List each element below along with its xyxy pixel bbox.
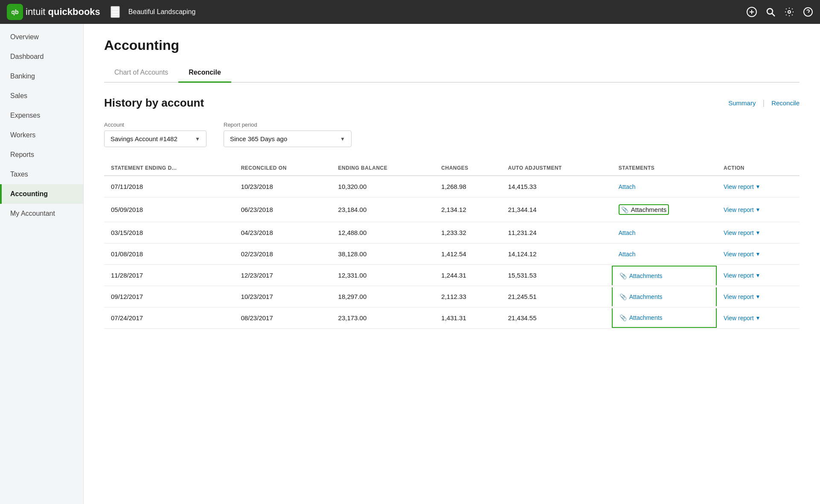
dropdown-arrow-icon: ▼ [756,294,761,300]
cell-action: View report ▼ [717,286,800,307]
cell-action: View report ▼ [717,307,800,329]
dropdown-arrow-icon: ▼ [756,207,761,213]
cell-changes: 2,112.33 [434,286,501,307]
cell-action: View report ▼ [717,176,800,197]
paperclip-icon: 📎 [621,206,628,213]
action-separator: | [762,98,765,107]
settings-button[interactable] [784,7,794,17]
cell-ending-balance: 12,488.00 [331,222,435,243]
cell-action: View report ▼ [717,243,800,265]
table-row: 01/08/2018 02/23/2018 38,128.00 1,412.54… [104,243,800,265]
sidebar-item-workers[interactable]: Workers [0,125,83,145]
cell-changes: 1,412.54 [434,243,501,265]
add-button[interactable] [747,7,757,17]
menu-icon[interactable]: ☰ [110,6,120,18]
cell-statements: 📎 Attachments [612,265,717,286]
account-select[interactable]: Savings Account #1482 ▼ [104,130,206,147]
attachments-btn[interactable]: 📎 Attachments [619,314,709,321]
sidebar-item-taxes[interactable]: Taxes [0,165,83,184]
attachments-btn[interactable]: 📎 Attachments [619,272,709,279]
cell-ending-balance: 38,128.00 [331,243,435,265]
paperclip-icon: 📎 [619,314,627,321]
help-button[interactable] [803,7,813,17]
cell-statements: Attach [612,176,717,197]
tab-bar: Chart of Accounts Reconcile [104,64,800,83]
cell-statements: 📎 Attachments [612,307,717,329]
sidebar-item-dashboard[interactable]: Dashboard [0,47,83,67]
account-value: Savings Account #1482 [110,135,177,142]
tab-chart-of-accounts[interactable]: Chart of Accounts [104,64,178,83]
section-actions: Summary | Reconcile [728,98,800,107]
cell-auto-adjustment: 14,415.33 [501,176,612,197]
cell-auto-adjustment: 14,124.12 [501,243,612,265]
period-label: Report period [224,122,352,128]
view-report-button[interactable]: View report ▼ [724,272,793,279]
search-button[interactable] [765,7,776,17]
cell-statements: 📎 Attachments [612,286,717,307]
attachments-btn[interactable]: 📎 Attachments [619,204,669,215]
sidebar: Overview Dashboard Banking Sales Expense… [0,24,84,504]
app-layout: Overview Dashboard Banking Sales Expense… [0,24,820,504]
summary-link[interactable]: Summary [728,99,756,107]
table-row: 07/11/2018 10/23/2018 10,320.00 1,268.98… [104,176,800,197]
cell-statements: 📎 Attachments [612,197,717,222]
svg-text:qb: qb [11,9,18,15]
logo: qb intuit quickbooks [7,4,100,20]
table-row: 05/09/2018 06/23/2018 23,184.00 2,134.12… [104,197,800,222]
main-content: Accounting Chart of Accounts Reconcile H… [84,24,820,504]
top-navigation: qb intuit quickbooks ☰ Beautiful Landsca… [0,0,820,24]
view-report-button[interactable]: View report ▼ [724,315,793,322]
period-filter-group: Report period Since 365 Days ago ▼ [224,122,352,147]
svg-point-7 [788,11,791,13]
account-filter-group: Account Savings Account #1482 ▼ [104,122,206,147]
period-value: Since 365 Days ago [230,135,287,142]
cell-reconciled-on: 06/23/2018 [234,197,331,222]
cell-statement-ending: 03/15/2018 [104,222,234,243]
col-auto-adjustment: AUTO ADJUSTMENT [501,161,612,176]
dropdown-arrow-icon: ▼ [756,230,761,236]
view-report-button[interactable]: View report ▼ [724,251,793,258]
sidebar-item-banking[interactable]: Banking [0,67,83,86]
table-row: 03/15/2018 04/23/2018 12,488.00 1,233.32… [104,222,800,243]
sidebar-item-overview[interactable]: Overview [0,27,83,47]
svg-point-5 [767,9,773,14]
history-table: STATEMENT ENDING D... RECONCILED ON ENDI… [104,161,800,329]
cell-reconciled-on: 12/23/2017 [234,265,331,286]
sidebar-item-expenses[interactable]: Expenses [0,106,83,125]
tab-reconcile[interactable]: Reconcile [178,64,231,83]
col-statements: STATEMENTS [612,161,717,176]
cell-action: View report ▼ [717,222,800,243]
logo-text: intuit quickbooks [26,6,100,17]
attach-link[interactable]: Attach [619,251,710,258]
paperclip-icon: 📎 [619,293,627,300]
cell-statement-ending: 09/12/2017 [104,286,234,307]
reconcile-link[interactable]: Reconcile [771,99,800,107]
account-label: Account [104,122,206,128]
view-report-button[interactable]: View report ▼ [724,229,793,236]
sidebar-item-reports[interactable]: Reports [0,145,83,165]
cell-ending-balance: 10,320.00 [331,176,435,197]
cell-statements: Attach [612,222,717,243]
attach-link[interactable]: Attach [619,183,710,190]
topnav-actions [747,7,813,17]
period-select[interactable]: Since 365 Days ago ▼ [224,130,352,147]
col-reconciled-on: RECONCILED ON [234,161,331,176]
sidebar-item-my-accountant[interactable]: My Accountant [0,204,83,223]
cell-action: View report ▼ [717,197,800,222]
cell-statement-ending: 01/08/2018 [104,243,234,265]
cell-changes: 1,244.31 [434,265,501,286]
cell-ending-balance: 23,184.00 [331,197,435,222]
view-report-button[interactable]: View report ▼ [724,206,793,213]
cell-changes: 1,233.32 [434,222,501,243]
cell-changes: 1,431.31 [434,307,501,329]
attachments-btn[interactable]: 📎 Attachments [619,293,709,300]
sidebar-item-sales[interactable]: Sales [0,86,83,106]
col-action: ACTION [717,161,800,176]
view-report-button[interactable]: View report ▼ [724,183,793,190]
svg-line-6 [772,14,775,17]
cell-action: View report ▼ [717,265,800,286]
attach-link[interactable]: Attach [619,229,710,236]
sidebar-item-accounting[interactable]: Accounting [0,184,83,204]
cell-reconciled-on: 02/23/2018 [234,243,331,265]
view-report-button[interactable]: View report ▼ [724,293,793,300]
